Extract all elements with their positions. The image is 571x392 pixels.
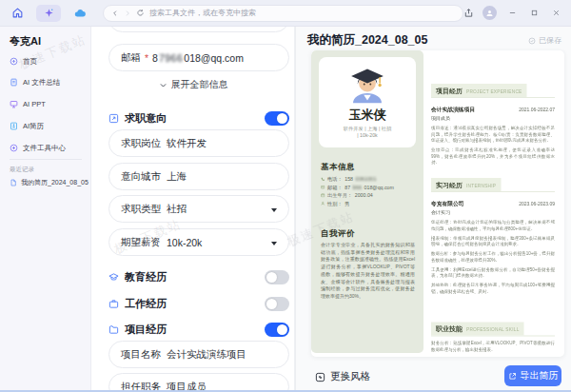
project-desc: 业绩亮点：完成财务流程标准化梳理，使凭证录入准确率达99%，财务处理效率提升约2… — [431, 147, 555, 167]
sidebar-item-file-summary[interactable]: AI 文件总结 — [6, 74, 86, 90]
email-field[interactable]: 邮箱 * 8 7966 018@qq.com — [108, 44, 289, 71]
field-label: 意向城市 — [121, 170, 161, 184]
export-resume-button[interactable]: 导出简历 — [504, 365, 561, 386]
share-icon[interactable] — [463, 8, 474, 18]
close-button[interactable] — [549, 7, 562, 20]
info-birth: 出生年月：2000.04 — [321, 191, 416, 200]
export-label: 导出简历 — [521, 369, 559, 382]
caret-down-icon — [271, 242, 277, 245]
saved-status: 已保存 — [528, 35, 561, 46]
info-label: 电话： — [327, 175, 343, 184]
phone-field[interactable]: 联系电话 * 158 0061001 — [108, 27, 289, 32]
refresh-icon[interactable] — [136, 9, 145, 17]
city-field[interactable]: 意向城市 上海 — [108, 163, 289, 190]
expand-label: 展开全部信息 — [171, 78, 228, 91]
info-value: 158 — [345, 175, 353, 184]
mail-icon — [321, 186, 325, 190]
self-eval-title: 自我评价 — [321, 227, 355, 239]
project-experience-header: 项目经历PROJECT EXPERIENCE — [431, 84, 555, 98]
work-toggle[interactable] — [265, 297, 289, 311]
info-masked: 966 — [353, 184, 363, 192]
swap-style-icon — [315, 372, 325, 382]
project-toggle[interactable] — [265, 323, 289, 337]
resume-icon — [10, 122, 18, 130]
caret-down-icon — [271, 208, 277, 212]
change-style-button[interactable]: 更换风格 — [315, 370, 370, 383]
internship-bullet: 数据分析：参与每月财务分析工作，输出分析报告10+份，提升财务数据准确性，处理效… — [431, 251, 555, 264]
project-name: 会计实战演练项目 — [431, 106, 475, 113]
info-email: 邮箱：87966018@qq.com — [321, 184, 416, 192]
field-value: 项目成员 — [167, 381, 207, 392]
app-title: 夸克AI — [10, 34, 41, 49]
field-value: 上海 — [167, 170, 187, 184]
section-title-en: PROFESSIONAL SKILL — [466, 327, 520, 333]
user-avatar[interactable] — [482, 6, 497, 20]
graduate-avatar-icon — [346, 63, 389, 106]
section-title-cn: 职业技能 — [436, 325, 463, 333]
internship-company: 夸克有限公司 — [431, 200, 464, 207]
export-icon — [508, 372, 517, 381]
maximize-button[interactable] — [527, 7, 541, 20]
home-outline-icon — [10, 57, 18, 66]
role-field[interactable]: 担任职务 项目成员 — [108, 373, 289, 392]
sidebar-item-ai-resume[interactable]: AI简历 — [6, 118, 86, 134]
expand-all-info-button[interactable]: 展开全部信息 — [91, 78, 295, 91]
info-gender: 性别：男 — [321, 200, 416, 208]
project-role: 项目成员 — [431, 115, 555, 122]
sidebar-item-file-tools[interactable]: 文件工具中心 — [6, 140, 86, 156]
section-title-en: INTERNSHIP — [466, 183, 496, 188]
sidebar-item-label: AI 文件总结 — [23, 78, 60, 88]
resume-preview-panel: 我的简历_2024_08_05 已保存 — [295, 27, 571, 392]
job-title-field[interactable]: 求职岗位 软件开发 — [108, 129, 289, 157]
sidebar-item-label: 文件工具中心 — [23, 144, 66, 153]
info-label: 邮箱： — [327, 184, 343, 192]
internship-date: 2023.06-2023.09 — [519, 201, 555, 206]
search-bar[interactable]: 搜索工具文件，或在夸克中搜索 — [103, 5, 463, 22]
resume-form-panel: 联系电话 * 158 0061001 邮箱 * 8 7966 018@qq.co… — [91, 27, 295, 392]
section-title-en: PROJECT EXPERIENCE — [466, 88, 522, 94]
field-value: 会计实战演练项目 — [167, 348, 246, 362]
job-type-select[interactable]: 求职类型 社招 — [108, 195, 289, 223]
internship-bullet: 报表编制：带领完成月度财务报表编制，整理300+条记账单据及明细，确保符合公司财… — [431, 235, 555, 247]
resume-left-column: 玉米侠 软件开发 | 上海 | 社招 | 10k-20k 基本信息 电话：158… — [311, 50, 423, 353]
briefcase-icon — [108, 299, 119, 309]
calendar-icon — [321, 193, 325, 198]
sidebar-divider — [10, 159, 82, 160]
basic-info-list: 电话：1580061001 邮箱：87966018@qq.com 出生年月：20… — [321, 175, 416, 207]
saved-label: 已保存 — [539, 35, 561, 46]
education-section-header: 教育经历 — [108, 269, 167, 284]
field-value: 10k-20k — [167, 237, 202, 248]
skill-item: 财务分析：熟练掌握Excel，运用VLOOKUP、PIVOT等函数进行数据处理与… — [431, 341, 555, 353]
field-label: 项目名称 — [121, 348, 161, 362]
ai-sparkle-icon[interactable] — [36, 5, 61, 22]
home-icon[interactable] — [8, 4, 27, 23]
section-label: 求职意向 — [125, 111, 167, 126]
work-section-header: 工作经历 — [108, 296, 167, 311]
sidebar-item-ai-ppt[interactable]: AI PPT — [6, 96, 86, 112]
education-toggle[interactable] — [265, 270, 289, 284]
resume-subtitle-line1: 软件开发 | 上海 | 社招 — [319, 126, 416, 132]
field-label: 担任职务 — [121, 381, 161, 392]
sidebar-item-home[interactable]: 首页 — [6, 53, 86, 69]
saved-icon — [528, 37, 536, 45]
info-phone: 电话：1580061001 — [321, 175, 416, 184]
back-icon[interactable] — [111, 10, 119, 17]
skills-list: 财务分析：熟练掌握Excel，运用VLOOKUP、PIVOT等函数进行数据处理与… — [431, 341, 555, 358]
skills-header: 职业技能PROFESSIONAL SKILL — [431, 323, 555, 337]
change-style-label: 更换风格 — [330, 370, 370, 383]
project-name-field[interactable]: 项目名称 会计实战演练项目 — [108, 341, 289, 368]
minimize-button[interactable] — [505, 7, 519, 20]
salary-select[interactable]: 期望薪资 10k-20k — [108, 228, 289, 256]
internship-title-row: 夸克有限公司 2023.06-2023.09 — [431, 200, 555, 207]
forward-icon[interactable] — [124, 10, 131, 17]
skill-item: 税务筹划：了解税法，能够协助企业完成税务合规与筹划。 — [431, 357, 555, 358]
document-icon — [10, 78, 18, 87]
field-value: 软件开发 — [167, 137, 207, 150]
resume-right-column: 项目经历PROJECT EXPERIENCE 会计实战演练项目 2021.06-… — [423, 50, 564, 357]
search-placeholder: 搜索工具文件，或在夸克中搜索 — [149, 8, 256, 18]
recent-resume-item[interactable]: 我的简历_2024_08_05 — [6, 175, 89, 190]
job-intent-toggle[interactable] — [265, 111, 289, 126]
tools-icon — [10, 144, 18, 152]
cloud-drive-icon[interactable] — [70, 4, 89, 23]
recent-item-label: 我的简历_2024_08_05 — [21, 178, 89, 187]
